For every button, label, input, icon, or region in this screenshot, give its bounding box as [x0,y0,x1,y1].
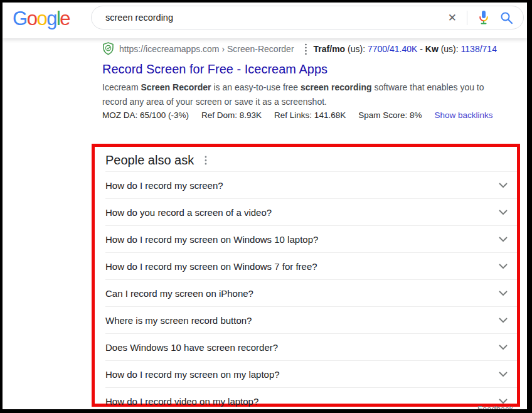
paa-question-row[interactable]: How do I record my screen on my laptop? [105,360,517,387]
traf-value: 7700/41.40K [368,44,417,54]
paa-question-label: How do I record my screen? [105,180,223,191]
paa-question-label: How do I record my screen on Windows 7 f… [105,261,317,272]
logo-letter: o [27,8,37,30]
site-safety-shield-icon[interactable] [102,42,114,55]
search-header: Google screen recording ✕ [3,3,527,38]
paa-question-label: How do I record video on my laptop? [105,396,258,407]
search-icon[interactable] [500,11,513,24]
moz-reflinks-metric: Ref Links: 141.68K [274,110,346,120]
people-also-ask-section: People also ask How do I record my scree… [95,147,517,409]
google-serp-page: Google screen recording ✕ [3,3,527,409]
chevron-down-icon [499,372,508,377]
moz-spam-metric: Spam Score: 8% [358,110,422,120]
chevron-down-icon [499,210,508,215]
paa-question-row[interactable]: How do I record my screen? [105,171,517,198]
paa-question-label: How do I record my screen on my laptop? [105,369,280,380]
kw-label: Kw [425,44,439,54]
feedback-link[interactable]: Feedback [477,404,513,409]
paa-question-row[interactable]: Can I record my screen on iPhone? [105,279,517,306]
logo-letter: g [46,8,56,30]
chevron-down-icon [499,318,508,323]
people-also-ask-title: People also ask [105,153,194,168]
paa-question-row[interactable]: Where is my screen record button? [105,306,517,333]
chevron-down-icon [499,291,508,296]
red-annotation-box: People also ask How do I record my scree… [92,144,520,407]
paa-question-row[interactable]: Does Windows 10 have screen recorder? [105,333,517,360]
paa-question-label: How do you record a screen of a video? [105,207,272,218]
logo-letter: o [36,8,46,30]
kw-value: 1138/714 [461,44,497,54]
drag-handle-dots-icon[interactable] [304,43,307,55]
moz-da-metric: MOZ DA: 65/100 (-3%) [102,110,189,120]
paa-question-row[interactable]: How do you record a screen of a video? [105,198,517,225]
search-bar-divider [467,11,467,25]
chevron-down-icon [499,183,508,188]
browser-viewport: Google screen recording ✕ [0,0,532,413]
search-input[interactable]: screen recording [105,13,448,23]
paa-question-label: Where is my screen record button? [105,315,252,326]
moz-refdom-metric: Ref Dom: 8.93K [201,110,262,120]
logo-letter: G [13,8,27,30]
result-title-link[interactable]: Record Screen for Free - Icecream Apps [102,62,327,77]
paa-question-label: Can I record my screen on iPhone? [105,288,253,299]
result-url[interactable]: https://icecreamapps.com › Screen-Record… [119,44,294,54]
chevron-down-icon [499,264,508,269]
logo-letter: e [60,8,70,30]
traf-label: Traf/mo [314,44,346,54]
paa-question-label: How do I record my screen on Windows 10 … [105,234,318,245]
seo-traffic-stats: Traf/mo (us): 7700/41.40K - Kw (us): 113… [314,44,497,54]
microphone-icon[interactable] [478,10,489,25]
more-options-dots-icon[interactable] [205,156,207,165]
search-bar[interactable]: screen recording ✕ [91,6,524,30]
chevron-down-icon [499,399,508,404]
google-logo[interactable]: Google [13,8,70,30]
paa-question-row[interactable]: How do I record my screen on Windows 7 f… [105,252,517,279]
chevron-down-icon [499,237,508,242]
clear-icon[interactable]: ✕ [448,13,467,23]
result-url-row: https://icecreamapps.com › Screen-Record… [102,42,497,55]
paa-question-label: Does Windows 10 have screen recorder? [105,342,278,353]
chevron-down-icon [499,345,508,350]
result-description: Icecream Screen Recorder is an easy-to-u… [102,80,494,109]
show-backlinks-link[interactable]: Show backlinks [434,110,492,120]
paa-question-row[interactable]: How do I record my screen on Windows 10 … [105,225,517,252]
mozbar-metrics-row: MOZ DA: 65/100 (-3%) Ref Dom: 8.93K Ref … [102,110,493,120]
paa-question-row[interactable]: How do I record video on my laptop? [105,387,517,409]
